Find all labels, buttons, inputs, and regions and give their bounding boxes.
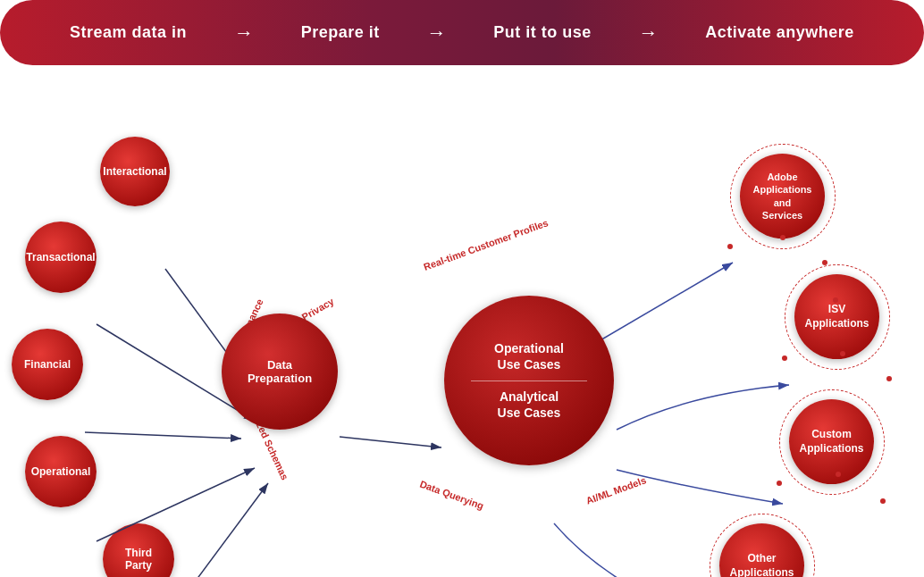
label-real-time: Real-time Customer Profiles bbox=[422, 217, 550, 272]
source-third-party: ThirdParty bbox=[103, 523, 174, 577]
svg-point-8 bbox=[727, 244, 733, 249]
svg-line-7 bbox=[340, 437, 441, 447]
step-use: Put it to use bbox=[493, 23, 592, 42]
label-data-querying: Data Querying bbox=[418, 479, 485, 512]
data-preparation-circle: DataPreparation bbox=[222, 314, 338, 430]
main-diagram: Interactional Transactional Financial Op… bbox=[0, 65, 924, 577]
dest-custom: CustomApplications bbox=[789, 399, 874, 484]
source-operational: Operational bbox=[25, 436, 97, 507]
label-aiml: AI/ML Models bbox=[584, 474, 648, 506]
step-prepare: Prepare it bbox=[301, 23, 380, 42]
step-activate: Activate anywhere bbox=[705, 23, 854, 42]
step-stream: Stream data in bbox=[70, 23, 187, 42]
dest-adobe: AdobeApplicationsandServices bbox=[740, 154, 825, 238]
analytical-use-cases: AnalyticalUse Cases bbox=[489, 389, 570, 421]
svg-line-6 bbox=[165, 483, 268, 577]
source-transactional: Transactional bbox=[25, 222, 97, 293]
arrow-2: → bbox=[426, 21, 446, 45]
svg-point-12 bbox=[782, 355, 787, 361]
label-privacy: Privacy bbox=[300, 296, 336, 322]
svg-point-14 bbox=[886, 376, 892, 381]
source-financial: Financial bbox=[12, 329, 83, 400]
arrow-1: → bbox=[234, 21, 254, 45]
top-bar: Stream data in → Prepare it → Put it to … bbox=[0, 0, 924, 65]
svg-point-15 bbox=[777, 481, 782, 486]
svg-line-4 bbox=[85, 432, 241, 439]
source-interactional: Interactional bbox=[100, 137, 170, 206]
use-cases-divider bbox=[471, 380, 587, 381]
svg-point-17 bbox=[880, 498, 886, 504]
arrow-3: → bbox=[639, 21, 659, 45]
operational-use-cases: OperationalUse Cases bbox=[485, 340, 573, 372]
use-cases-circle: OperationalUse Cases AnalyticalUse Cases bbox=[444, 296, 614, 465]
dest-isv: ISVApplications bbox=[794, 274, 879, 359]
